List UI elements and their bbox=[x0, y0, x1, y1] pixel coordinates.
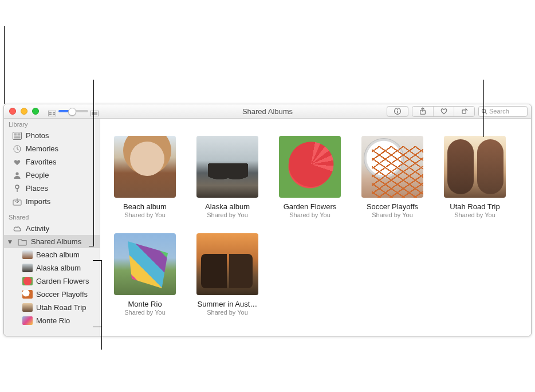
svg-point-9 bbox=[397, 109, 398, 110]
sidebar-item-people[interactable]: People bbox=[4, 168, 100, 182]
svg-rect-1 bbox=[49, 112, 52, 113]
sidebar-item-label: People bbox=[26, 171, 49, 179]
album-thumb-icon bbox=[22, 316, 33, 325]
sidebar-item-label: Garden Flowers bbox=[36, 277, 89, 285]
photos-icon bbox=[12, 131, 22, 140]
callout-line bbox=[89, 246, 94, 246]
album-subtitle: Shared by You bbox=[196, 211, 258, 218]
window-controls bbox=[4, 108, 39, 115]
sidebar-item-memories[interactable]: Memories bbox=[4, 142, 100, 155]
album-title: Utah Road Trip bbox=[444, 202, 506, 211]
app-window: Shared Albums Search bbox=[3, 104, 532, 336]
svg-rect-6 bbox=[92, 112, 97, 115]
memories-icon bbox=[12, 144, 22, 154]
svg-rect-15 bbox=[14, 133, 17, 135]
callout-line bbox=[4, 26, 5, 104]
svg-rect-16 bbox=[18, 133, 21, 135]
album-cover bbox=[196, 136, 258, 198]
sidebar-item-label: Activity bbox=[26, 224, 49, 233]
album-title: Alaska album bbox=[196, 202, 258, 211]
svg-rect-3 bbox=[49, 114, 52, 115]
album-title: Summer in Aust… bbox=[196, 300, 258, 308]
zoom-window-button[interactable] bbox=[32, 108, 39, 115]
sidebar-item-label: Memories bbox=[26, 144, 58, 153]
folder-icon bbox=[17, 237, 27, 246]
chevron-down-icon[interactable]: ▼ bbox=[7, 239, 13, 244]
share-button[interactable] bbox=[412, 107, 433, 116]
sidebar-item-label: Monte Rio bbox=[36, 316, 70, 325]
album-item[interactable]: Summer in Aust…Shared by You bbox=[196, 233, 258, 316]
sidebar-item-photos[interactable]: Photos bbox=[4, 129, 100, 142]
callout-line bbox=[93, 260, 102, 261]
album-title: Beach album bbox=[114, 202, 176, 211]
sidebar-item-favorites[interactable]: Favorites bbox=[4, 155, 100, 168]
album-cover bbox=[114, 136, 176, 198]
sidebar-item-label: Imports bbox=[26, 197, 50, 206]
zoom-slider[interactable] bbox=[58, 110, 88, 112]
sidebar-item-label: Soccer Playoffs bbox=[36, 290, 88, 299]
info-button[interactable] bbox=[387, 107, 408, 116]
album-thumb-icon bbox=[22, 250, 33, 259]
album-cover bbox=[114, 233, 176, 295]
album-thumb-icon bbox=[22, 277, 33, 285]
sidebar-item-shared-album[interactable]: Garden Flowers bbox=[4, 275, 100, 288]
person-icon bbox=[12, 171, 22, 180]
sidebar-item-shared-albums[interactable]: ▼ Shared Albums bbox=[4, 235, 100, 248]
thumbnail-zoom-control[interactable] bbox=[48, 108, 99, 114]
svg-rect-2 bbox=[53, 112, 55, 113]
sidebar-section-library-header: Library bbox=[4, 119, 100, 129]
album-subtitle: Shared by You bbox=[444, 211, 506, 218]
content-area: Beach albumShared by YouAlaska albumShar… bbox=[100, 119, 531, 336]
callout-line bbox=[93, 80, 94, 246]
search-input[interactable]: Search bbox=[478, 106, 528, 117]
album-title: Monte Rio bbox=[114, 300, 176, 308]
cloud-icon bbox=[12, 224, 22, 233]
thumbnail-large-icon bbox=[91, 108, 99, 114]
sidebar: Library Photos Memories Favorites bbox=[4, 119, 100, 336]
sidebar-item-shared-album[interactable]: Soccer Playoffs bbox=[4, 288, 100, 301]
svg-rect-17 bbox=[14, 136, 21, 139]
sidebar-item-places[interactable]: Places bbox=[4, 182, 100, 195]
close-window-button[interactable] bbox=[9, 108, 16, 115]
sidebar-item-label: Utah Road Trip bbox=[36, 303, 86, 312]
album-thumb-icon bbox=[22, 264, 33, 272]
pin-icon bbox=[12, 184, 22, 193]
album-title: Garden Flowers bbox=[279, 202, 341, 211]
sidebar-item-label: Beach album bbox=[36, 250, 80, 259]
minimize-window-button[interactable] bbox=[21, 108, 27, 115]
sidebar-item-label: Photos bbox=[26, 131, 49, 140]
svg-point-20 bbox=[15, 185, 19, 189]
svg-rect-14 bbox=[13, 132, 22, 139]
album-cover bbox=[444, 136, 506, 198]
album-subtitle: Shared by You bbox=[114, 309, 176, 316]
window-body: Library Photos Memories Favorites bbox=[4, 119, 531, 336]
callout-line bbox=[93, 327, 102, 327]
album-item[interactable]: Garden FlowersShared by You bbox=[279, 136, 341, 218]
heart-icon bbox=[12, 158, 22, 167]
sidebar-item-shared-album[interactable]: Beach album bbox=[4, 248, 100, 261]
album-thumb-icon bbox=[22, 303, 33, 312]
album-item[interactable]: Monte RioShared by You bbox=[114, 233, 176, 316]
sidebar-item-shared-album[interactable]: Monte Rio bbox=[4, 314, 100, 327]
album-subtitle: Shared by You bbox=[279, 211, 341, 218]
search-placeholder: Search bbox=[489, 108, 509, 115]
album-grid: Beach albumShared by YouAlaska albumShar… bbox=[114, 136, 526, 316]
sidebar-item-shared-album[interactable]: Alaska album bbox=[4, 261, 100, 275]
svg-rect-4 bbox=[53, 114, 55, 115]
svg-rect-8 bbox=[397, 111, 398, 113]
album-title: Soccer Playoffs bbox=[361, 202, 423, 211]
album-item[interactable]: Soccer PlayoffsShared by You bbox=[361, 136, 423, 218]
sidebar-item-label: Alaska album bbox=[36, 264, 81, 272]
svg-rect-11 bbox=[462, 110, 466, 113]
album-cover bbox=[361, 136, 423, 198]
sidebar-item-shared-album[interactable]: Utah Road Trip bbox=[4, 301, 100, 314]
album-item[interactable]: Beach albumShared by You bbox=[114, 136, 176, 218]
album-item[interactable]: Utah Road TripShared by You bbox=[444, 136, 506, 218]
sidebar-item-imports[interactable]: Imports bbox=[4, 195, 100, 208]
sidebar-item-activity[interactable]: Activity bbox=[4, 222, 100, 235]
album-cover bbox=[279, 136, 341, 198]
thumbnail-small-icon bbox=[48, 108, 56, 114]
album-item[interactable]: Alaska albumShared by You bbox=[196, 136, 258, 218]
rotate-button[interactable] bbox=[454, 107, 474, 116]
favorite-button[interactable] bbox=[433, 107, 454, 116]
